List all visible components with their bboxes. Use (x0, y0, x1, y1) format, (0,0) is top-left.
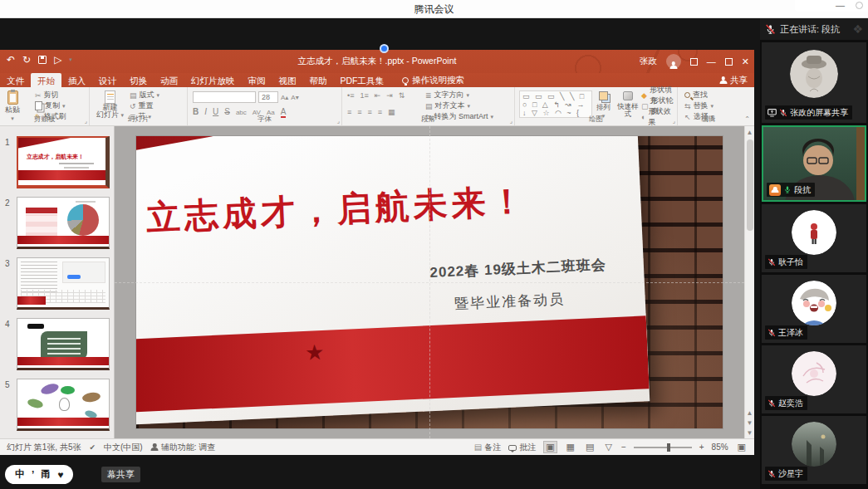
comments-button[interactable]: 批注 (508, 442, 536, 453)
proofing-icon[interactable]: ✔ (89, 443, 96, 452)
tab-home[interactable]: 开始 (31, 73, 61, 87)
numbering-icon[interactable]: 1≡ (360, 91, 368, 100)
slide-title-text[interactable]: 立志成才，启航未来！ (145, 178, 529, 242)
previous-slide-icon[interactable]: ▲ (745, 409, 754, 417)
bullets-icon[interactable]: •≡ (347, 91, 354, 100)
tab-design[interactable]: 设计 (92, 73, 123, 87)
ppt-restore-button[interactable] (725, 58, 733, 66)
view-reading-button[interactable]: ▤ (584, 442, 596, 452)
slide-number-indicator[interactable]: 幻灯片 第1张, 共5张 (7, 442, 81, 453)
increase-indent-icon[interactable]: ⇥ (386, 91, 393, 100)
participant-tile[interactable]: 赵奕浩 (762, 345, 866, 413)
copy-icon (35, 101, 42, 110)
cut-icon: ✂ (35, 91, 42, 100)
tab-slideshow[interactable]: 幻灯片放映 (184, 73, 242, 87)
comments-icon (508, 445, 517, 451)
slide-subtitle-line1[interactable]: 2022春 19级土木二班班会 (429, 256, 606, 283)
cut-button[interactable]: ✂剪切 (35, 90, 66, 100)
line-spacing-icon[interactable]: ⇅ (399, 91, 405, 100)
find-button[interactable]: 查找 (684, 90, 714, 100)
copy-button[interactable]: 复制▾ (35, 101, 66, 110)
tab-insert[interactable]: 插入 (61, 73, 92, 87)
new-slide-icon (105, 90, 115, 104)
collapse-ribbon-icon[interactable]: ⌃ (744, 115, 750, 123)
language-indicator[interactable]: 中文(中国) (104, 442, 143, 453)
account-avatar[interactable] (666, 54, 681, 69)
tab-pdf-tools[interactable]: PDF工具集 (334, 73, 391, 87)
window-control-partial-icon[interactable] (856, 2, 863, 9)
arrange-icon (599, 91, 608, 100)
decrease-indent-icon[interactable]: ⇤ (375, 91, 381, 100)
layout-button[interactable]: ▤版式▾ (130, 90, 159, 100)
grow-font-icon[interactable]: A▴ (281, 94, 288, 101)
tab-review[interactable]: 审阅 (242, 73, 272, 87)
thumbnail-slide-2[interactable]: 2 (0, 197, 114, 257)
scroll-down-icon[interactable]: ▼ (745, 429, 754, 437)
thumbnail-slide-1[interactable]: 1 立志成才，启航未来！ (0, 136, 114, 197)
participant-tile[interactable]: 王泽冰 (762, 275, 866, 343)
vertical-scrollbar[interactable]: ▲ ▲ ▼ ▼ (744, 126, 754, 438)
next-slide-icon[interactable]: ▼ (745, 419, 754, 427)
ribbon-display-options-icon[interactable] (690, 58, 698, 66)
dialog-launcher-icon[interactable]: ⌟ (673, 118, 675, 125)
tab-animations[interactable]: 动画 (154, 73, 184, 87)
view-normal-button[interactable]: ▣ (543, 441, 557, 453)
dialog-launcher-icon[interactable]: ⌟ (337, 118, 340, 125)
participant-tile[interactable]: 耿子怡 (762, 204, 866, 272)
mic-muted-icon (767, 329, 776, 337)
horizontal-guide (115, 282, 744, 283)
minimize-icon[interactable]: — (836, 0, 845, 10)
participant-tile[interactable]: 沙星宇 (762, 416, 866, 484)
dialog-launcher-icon[interactable]: ⌟ (510, 118, 512, 125)
zoom-out-button[interactable]: − (621, 443, 626, 452)
ime-icon-4[interactable]: ♥ (57, 469, 63, 481)
quick-styles-button[interactable]: 快速样式 (616, 91, 640, 117)
presenter-badge-icon (769, 184, 781, 196)
zoom-in-button[interactable]: + (699, 443, 704, 452)
thumbnail-slide-5[interactable]: 5 (0, 379, 114, 439)
scrollbar-thumb[interactable] (747, 139, 753, 231)
thumbnail-slide-3[interactable]: 3 (0, 257, 114, 318)
font-size-combo[interactable]: 28 (258, 91, 278, 103)
notes-button[interactable]: ▤备注 (474, 442, 501, 453)
ime-toolbar[interactable]: 中 ’ 甬 ♥ (5, 465, 73, 484)
zoom-level[interactable]: 85% (712, 443, 728, 452)
view-slide-sorter-button[interactable]: ▦ (565, 442, 576, 452)
ppt-minimize-button[interactable]: — (707, 56, 716, 66)
thumbnail-slide-4[interactable]: 4 (0, 318, 114, 379)
ppt-close-button[interactable]: ✕ (742, 56, 749, 67)
fit-to-window-icon[interactable]: ▣ (736, 442, 748, 452)
ime-icon-3[interactable]: 甬 (41, 467, 51, 482)
speaking-indicator: 正在讲话: 段抗 (780, 23, 840, 36)
participant-tile-screen-share[interactable]: 张政的屏幕共享 (762, 42, 866, 123)
ime-icon-2[interactable]: ’ (32, 469, 34, 481)
thumb-pie-chart (67, 204, 99, 236)
zoom-slider[interactable] (634, 447, 692, 448)
slide-subtitle-line2[interactable]: 暨毕业准备动员 (454, 289, 566, 313)
account-name[interactable]: 张政 (640, 56, 657, 67)
avatar (792, 422, 836, 467)
tab-transitions[interactable]: 切换 (123, 73, 154, 87)
tab-file[interactable]: 文件 (0, 73, 31, 87)
shrink-font-icon[interactable]: A▾ (291, 94, 298, 101)
dialog-launcher-icon[interactable]: ⌟ (85, 118, 87, 125)
reset-button[interactable]: ↺重置 (130, 101, 159, 110)
text-direction-button[interactable]: ≣文字方向▾ (425, 90, 493, 100)
participant-tile-video-speaking[interactable]: 段抗 (762, 125, 866, 202)
ime-mode-icon[interactable]: 中 (15, 467, 25, 482)
replace-button[interactable]: ⇆替换▾ (684, 101, 714, 110)
slide-canvas[interactable]: 立志成才，启航未来！ 2022春 19级土木二班班会 暨毕业准备动员 ★ (115, 126, 744, 438)
zoom-slider-thumb[interactable] (667, 443, 670, 452)
font-name-combo[interactable] (193, 91, 256, 103)
view-slideshow-button[interactable]: ▽ (603, 442, 613, 452)
collapse-sidebar-icon[interactable]: ❖ (852, 22, 863, 36)
ppt-status-bar: 幻灯片 第1张, 共5张 ✔ 中文(中国) 辅助功能: 调查 ▤备注 批注 ▣ … (0, 438, 754, 455)
tab-help[interactable]: 帮助 (303, 73, 334, 87)
align-text-button[interactable]: ▤对齐文本▾ (425, 101, 493, 110)
accessibility-icon (151, 443, 159, 451)
tab-view[interactable]: 视图 (272, 73, 303, 87)
scroll-up-icon[interactable]: ▲ (745, 129, 754, 136)
share-button[interactable]: 共享 (719, 75, 748, 86)
tell-me-search[interactable]: 操作说明搜索 (402, 75, 464, 86)
accessibility-checker[interactable]: 辅助功能: 调查 (151, 442, 216, 453)
